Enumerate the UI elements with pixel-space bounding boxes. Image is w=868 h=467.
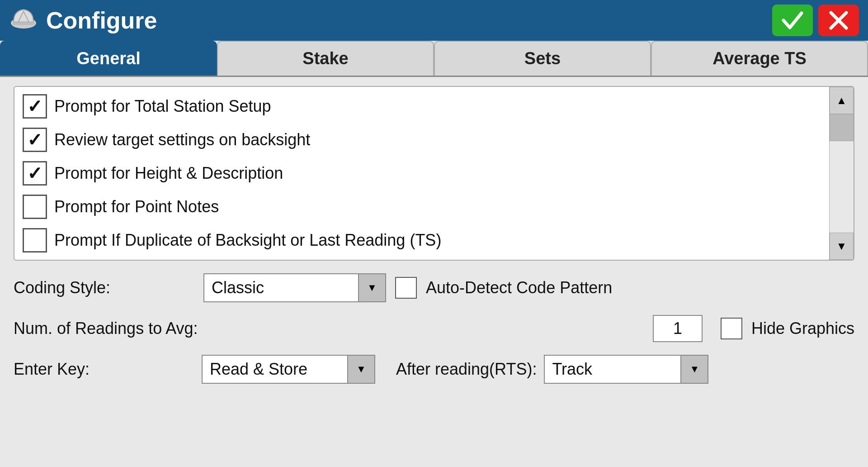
- checkbox-label-prompt-duplicate: Prompt If Duplicate of Backsight or Last…: [54, 231, 441, 250]
- auto-detect-label: Auto-Detect Code Pattern: [426, 278, 612, 297]
- checkbox-prompt-height[interactable]: ✓: [23, 161, 47, 186]
- after-reading-label: After reading(RTS):: [396, 360, 537, 379]
- num-readings-input[interactable]: 1: [653, 315, 703, 342]
- scroll-thumb[interactable]: [830, 114, 854, 141]
- list-item: Prompt for Point Notes: [14, 190, 829, 224]
- checkbox-label-review-target: Review target settings on backsight: [54, 130, 310, 149]
- checkbox-label-prompt-height: Prompt for Height & Description: [54, 164, 283, 183]
- ok-button[interactable]: [772, 5, 813, 36]
- header-left: Configure: [9, 6, 157, 35]
- num-readings-row: Num. of Readings to Avg: 1 Hide Graphics: [14, 315, 854, 342]
- num-readings-label: Num. of Readings to Avg:: [14, 319, 198, 338]
- svg-rect-1: [13, 21, 34, 25]
- enter-key-select[interactable]: Read & Store ▼: [202, 355, 375, 384]
- after-reading-value: Track: [545, 356, 680, 382]
- list-item: ✓ Prompt for Height & Description: [14, 157, 829, 190]
- header-buttons: [772, 5, 859, 36]
- checkbox-review-target[interactable]: ✓: [23, 128, 47, 152]
- checkbox-list: ✓ Prompt for Total Station Setup ✓ Revie…: [14, 87, 829, 260]
- after-reading-select[interactable]: Track ▼: [544, 355, 708, 384]
- checkbox-prompt-point-notes[interactable]: [23, 195, 47, 219]
- checkbox-prompt-duplicate[interactable]: [23, 228, 47, 253]
- hide-graphics-label: Hide Graphics: [751, 319, 854, 338]
- tab-average-ts[interactable]: Average TS: [651, 41, 868, 76]
- cancel-button[interactable]: [818, 5, 859, 36]
- main-content: ✓ Prompt for Total Station Setup ✓ Revie…: [0, 77, 868, 467]
- scroll-down-button[interactable]: ▼: [830, 233, 854, 260]
- coding-style-dropdown-arrow[interactable]: ▼: [358, 274, 385, 301]
- tabs-bar: General Stake Sets Average TS: [0, 41, 868, 77]
- tab-stake[interactable]: Stake: [217, 41, 434, 76]
- scroll-track: [830, 114, 854, 233]
- list-item: Prompt If Duplicate of Backsight or Last…: [14, 224, 829, 257]
- page-title: Configure: [46, 7, 157, 34]
- tab-general[interactable]: General: [0, 41, 217, 76]
- coding-style-value: Classic: [204, 275, 358, 301]
- scrollbar: ▲ ▼: [829, 87, 854, 260]
- tab-sets[interactable]: Sets: [434, 41, 651, 76]
- checkbox-hide-graphics[interactable]: [721, 318, 742, 339]
- scroll-up-button[interactable]: ▲: [830, 87, 854, 114]
- coding-style-label: Coding Style:: [14, 278, 194, 297]
- checkbox-label-prompt-point-notes: Prompt for Point Notes: [54, 197, 219, 216]
- header: Configure: [0, 0, 868, 41]
- coding-style-row: Coding Style: Classic ▼ Auto-Detect Code…: [14, 273, 854, 302]
- checkbox-auto-detect[interactable]: [395, 277, 417, 299]
- checkbox-label-prompt-total-station: Prompt for Total Station Setup: [54, 97, 271, 116]
- enter-key-value: Read & Store: [203, 356, 347, 382]
- list-item: ✓ Prompt for Total Station Setup: [14, 90, 829, 123]
- hardhat-icon: [9, 6, 38, 35]
- checkbox-list-container: ✓ Prompt for Total Station Setup ✓ Revie…: [14, 86, 854, 261]
- enter-key-row: Enter Key: Read & Store ▼ After reading(…: [14, 355, 854, 384]
- after-reading-dropdown-arrow[interactable]: ▼: [680, 356, 708, 383]
- list-item: ✓ Review target settings on backsight: [14, 123, 829, 157]
- enter-key-label: Enter Key:: [14, 360, 194, 379]
- enter-key-dropdown-arrow[interactable]: ▼: [347, 356, 374, 383]
- checkbox-prompt-total-station[interactable]: ✓: [23, 94, 47, 119]
- coding-style-select[interactable]: Classic ▼: [203, 273, 386, 302]
